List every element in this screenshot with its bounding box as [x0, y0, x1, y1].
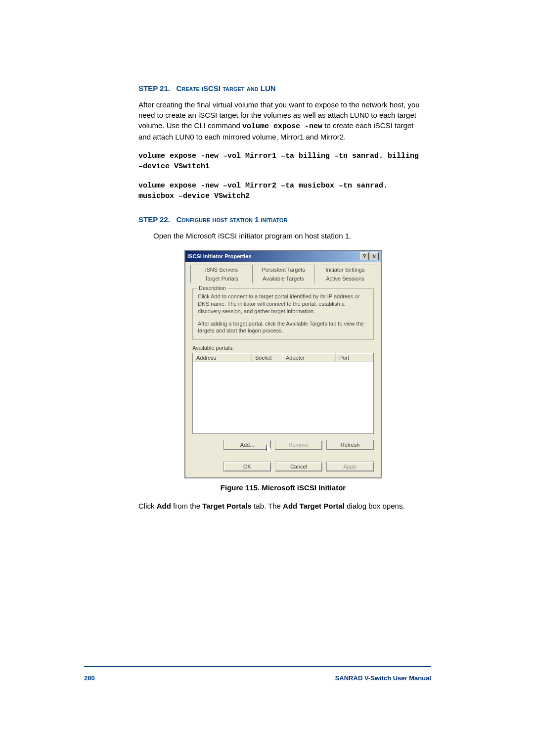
closing-b3: Add Target Portal — [283, 502, 345, 510]
closing-b2: Target Portals — [202, 502, 252, 510]
tab-target-portals[interactable]: Target Portals — [190, 274, 253, 284]
page-number: 280 — [84, 674, 95, 682]
closing-paragraph: Click Add from the Target Portals tab. T… — [138, 501, 428, 511]
dialog-button-row: OK Cancel Apply — [185, 462, 381, 477]
step22-paragraph: Open the Microsoft iSCSI initiator progr… — [153, 231, 428, 241]
closing-mid2: tab. The — [252, 502, 283, 510]
tab-available-targets[interactable]: Available Targets — [252, 274, 314, 284]
step22-heading: STEP 22. Configure host station 1 initia… — [138, 215, 428, 224]
remove-button: Remove — [275, 440, 322, 450]
col-port[interactable]: Port — [336, 353, 373, 362]
tab-content: Description Click Add to connect to a ta… — [185, 284, 381, 456]
step22-title: Configure host station 1 initiator — [176, 215, 287, 224]
dialog-title: iSCSI Initiator Properties — [187, 253, 252, 259]
portal-button-row: Add... Remove Refresh — [192, 440, 374, 450]
page-footer: 280 SANRAD V-Switch User Manual — [84, 674, 431, 682]
step21-heading: STEP 21. Create iSCSI target and LUN — [138, 84, 428, 93]
step21-command2: volume expose -new –vol Mirror2 –ta musi… — [138, 181, 428, 201]
tab-active-sessions[interactable]: Active Sessions — [314, 274, 376, 284]
step21-paragraph: After creating the final virtual volume … — [138, 99, 428, 142]
tab-isns-servers[interactable]: iSNS Servers — [190, 265, 253, 274]
tabs-row-front: Target Portals Available Targets Active … — [185, 274, 381, 284]
refresh-button[interactable]: Refresh — [326, 440, 374, 450]
step21-title: Create iSCSI target and LUN — [176, 84, 275, 93]
step22-label: STEP 22. — [138, 215, 170, 224]
col-socket[interactable]: Socket — [252, 353, 282, 362]
dialog-titlebar[interactable]: iSCSI Initiator Properties ? × — [185, 251, 381, 262]
apply-button: Apply — [326, 462, 374, 472]
closing-b1: Add — [157, 502, 171, 510]
help-icon[interactable]: ? — [360, 252, 369, 260]
tab-persistent-targets[interactable]: Persistent Targets — [252, 265, 314, 274]
description-legend: Description — [197, 285, 228, 291]
closing-pre: Click — [138, 502, 157, 510]
add-button[interactable]: Add... — [223, 440, 271, 450]
col-address[interactable]: Address — [193, 353, 252, 362]
closing-post: dialog box opens. — [345, 502, 405, 510]
description-text-1: Click Add to connect to a target portal … — [198, 293, 368, 315]
cancel-button[interactable]: Cancel — [275, 462, 322, 472]
step21-label: STEP 21. — [138, 84, 170, 93]
step21-command1: volume expose -new –vol Mirror1 –ta bill… — [138, 151, 428, 172]
tab-initiator-settings[interactable]: Initiator Settings — [314, 265, 376, 274]
iscsi-initiator-dialog: iSCSI Initiator Properties ? × iSNS Serv… — [184, 250, 382, 478]
closing-mid1: from the — [171, 502, 202, 510]
col-adapter[interactable]: Adapter — [282, 353, 336, 362]
description-text-2: After adding a target portal, click the … — [198, 320, 368, 335]
figure-caption: Figure 115. Microsoft iSCSI Initiator — [138, 483, 428, 492]
footer-rule — [84, 666, 431, 667]
ok-button[interactable]: OK — [223, 462, 271, 472]
manual-title: SANRAD V-Switch User Manual — [335, 674, 431, 682]
available-portals-label: Available portals: — [192, 345, 374, 351]
description-fieldset: Description Click Add to connect to a ta… — [192, 288, 374, 340]
tabs-row-back: iSNS Servers Persistent Targets Initiato… — [185, 262, 381, 274]
close-icon[interactable]: × — [370, 252, 379, 260]
available-portals-list[interactable]: Address Socket Adapter Port — [192, 353, 374, 434]
step21-inline-cmd: volume expose -new — [242, 122, 322, 131]
listview-header: Address Socket Adapter Port — [193, 353, 373, 362]
